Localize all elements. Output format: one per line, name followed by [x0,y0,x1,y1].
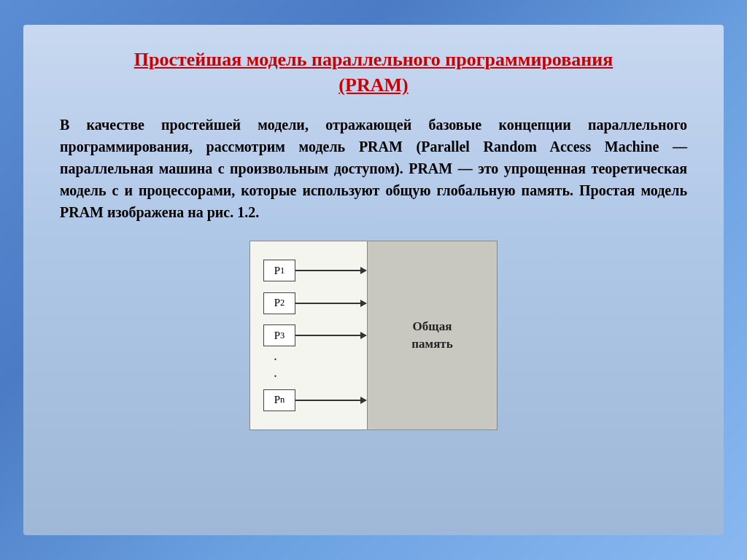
body-text-content: В качестве простейшей модели, отражающей… [60,117,687,220]
arrowhead-3 [360,332,367,339]
arrow-1 [295,267,367,274]
arrow-shaft-1 [295,270,360,271]
processor-row-2: P2 [263,288,367,319]
processor-row-3: P3 [263,320,367,351]
processor-row-n: Pn [263,385,367,416]
processors-column: P1 P2 P3 [250,241,367,429]
arrow-3 [295,332,367,339]
processor-box-2: P2 [263,292,295,314]
processor-box-3: P3 [263,324,295,346]
arrow-2 [295,300,367,307]
body-text: В качестве простейшей модели, отражающей… [60,114,687,223]
pram-diagram: P1 P2 P3 [249,241,498,430]
arrow-shaft-2 [295,303,360,304]
processor-row-1: P1 [263,255,367,286]
dots-row: ·· [263,353,367,384]
arrow-n [295,397,367,404]
dots: ·· [274,351,279,385]
arrowhead-n [360,397,367,404]
memory-label: Общая память [411,318,452,353]
slide-title: Простейшая модель параллельного программ… [60,47,687,98]
arrow-shaft-3 [295,335,360,336]
title-line2: (PRAM) [338,74,408,96]
slide: Простейшая модель параллельного программ… [23,25,724,535]
title-line1: Простейшая модель параллельного программ… [134,49,614,70]
processor-box-n: Pn [263,389,295,411]
memory-label-line1: Общая [413,319,452,333]
arrow-shaft-n [295,400,360,401]
arrowhead-1 [360,267,367,274]
processor-box-1: P1 [263,260,295,281]
memory-label-line2: память [411,337,452,351]
shared-memory-block: Общая память [367,241,497,429]
arrowhead-2 [360,300,367,307]
